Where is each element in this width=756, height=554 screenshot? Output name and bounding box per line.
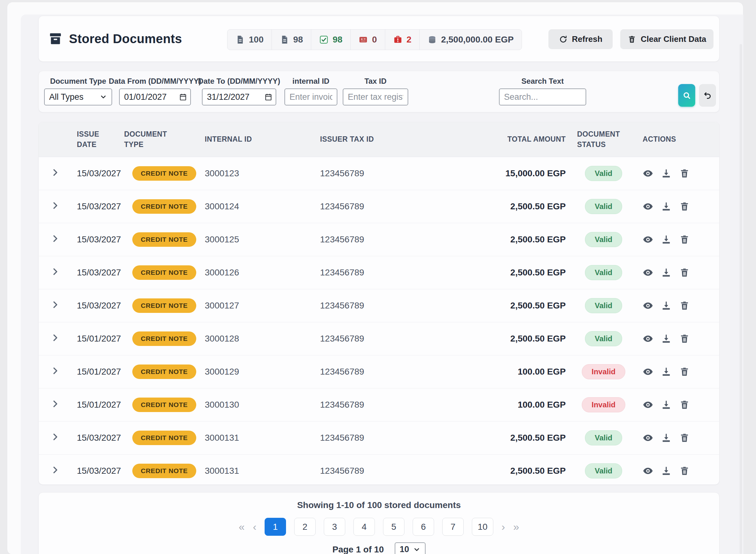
table-header: ISSUE DATE DOCUMENT TYPE INTERNAL ID ISS… [39, 122, 719, 157]
file-icon [280, 35, 289, 44]
view-button[interactable] [643, 201, 653, 212]
download-icon [661, 465, 671, 476]
chevron-right-icon [50, 201, 60, 210]
issuer-tax-id-cell: 123456789 [320, 168, 464, 178]
download-button[interactable] [661, 399, 671, 410]
view-button[interactable] [643, 333, 653, 344]
delete-button[interactable] [679, 267, 690, 278]
page-button-5[interactable]: 5 [383, 518, 404, 536]
check-square-icon [319, 35, 329, 44]
delete-button[interactable] [679, 333, 690, 344]
view-button[interactable] [643, 300, 653, 311]
eye-icon [643, 333, 653, 344]
row-expander[interactable] [49, 167, 61, 179]
row-expander[interactable] [49, 399, 61, 410]
row-expander[interactable] [49, 201, 61, 212]
issuer-tax-id-cell: 123456789 [320, 234, 464, 244]
issuer-tax-id-cell: 123456789 [320, 300, 464, 311]
view-button[interactable] [643, 465, 653, 476]
delete-button[interactable] [679, 201, 690, 212]
reset-filters-button[interactable] [699, 84, 716, 107]
chevron-right-icon [50, 267, 60, 276]
undo-icon [703, 91, 712, 100]
page-last-button[interactable]: » [513, 521, 519, 533]
row-expander[interactable] [49, 366, 61, 377]
download-button[interactable] [661, 201, 671, 212]
table-row: 15/01/2027 CREDIT NOTE 3000128 123456789… [39, 322, 719, 355]
document-type-badge: CREDIT NOTE [132, 298, 196, 313]
row-expander[interactable] [49, 267, 61, 278]
page-prev-button[interactable]: ‹ [253, 521, 256, 533]
download-button[interactable] [661, 168, 671, 179]
chevron-down-icon [100, 93, 107, 101]
page-button-3[interactable]: 3 [324, 518, 345, 536]
download-button[interactable] [661, 433, 671, 443]
delete-button[interactable] [679, 234, 690, 245]
page-button-1[interactable]: 1 [265, 518, 286, 536]
download-icon [661, 433, 671, 443]
page-title: Stored Documents [69, 32, 182, 46]
table-row: 15/03/2027 CREDIT NOTE 3000124 123456789… [39, 190, 719, 223]
eye-icon [643, 367, 653, 377]
delete-button[interactable] [679, 367, 690, 377]
document-type-value: All Types [49, 92, 84, 102]
row-expander[interactable] [49, 465, 61, 476]
view-button[interactable] [643, 399, 653, 410]
delete-button[interactable] [679, 433, 690, 443]
page-button-6[interactable]: 6 [413, 518, 434, 536]
delete-button[interactable] [679, 168, 690, 179]
row-expander[interactable] [49, 300, 61, 311]
filter-bar: Document Type All Types Data From (DD/MM… [39, 71, 719, 112]
download-button[interactable] [661, 300, 671, 311]
view-button[interactable] [643, 433, 653, 443]
calendar-icon[interactable] [179, 93, 187, 101]
table-row: 15/03/2027 CREDIT NOTE 3000125 123456789… [39, 223, 719, 256]
page-first-button[interactable]: « [239, 521, 245, 533]
stats-bar: 1009898022,500,000.00 EGP [227, 29, 522, 50]
internal-id-input[interactable] [285, 89, 337, 105]
page-button-4[interactable]: 4 [353, 518, 375, 536]
page-button-7[interactable]: 7 [442, 518, 464, 536]
search-text-input[interactable] [499, 89, 586, 105]
calendar-icon[interactable] [264, 93, 272, 101]
scrollbar-track[interactable] [740, 44, 742, 554]
search-icon [682, 91, 691, 100]
issuer-tax-id-cell: 123456789 [320, 334, 464, 344]
chevron-right-icon [50, 234, 60, 243]
issue-date-cell: 15/03/2027 [69, 202, 124, 212]
row-expander[interactable] [49, 333, 61, 344]
stat-value: 100 [249, 35, 264, 45]
refresh-button[interactable]: Refresh [548, 29, 613, 49]
view-button[interactable] [643, 367, 653, 377]
document-type-select[interactable]: All Types [44, 89, 112, 105]
download-button[interactable] [661, 333, 671, 344]
eye-icon [643, 234, 653, 245]
download-button[interactable] [661, 267, 671, 278]
delete-button[interactable] [679, 465, 690, 476]
view-button[interactable] [643, 267, 653, 278]
page-button-10[interactable]: 10 [472, 518, 493, 536]
total-amount-cell: 100.00 EGP [464, 400, 568, 410]
chevron-right-icon [50, 366, 60, 376]
download-button[interactable] [661, 367, 671, 377]
row-expander[interactable] [49, 432, 61, 443]
download-button[interactable] [661, 465, 671, 476]
search-button[interactable] [678, 84, 695, 107]
clear-client-data-button[interactable]: Clear Client Data [620, 29, 713, 49]
tax-id-input[interactable] [343, 89, 408, 105]
delete-button[interactable] [679, 399, 690, 410]
issuer-tax-id-cell: 123456789 [320, 433, 464, 443]
page-button-2[interactable]: 2 [294, 518, 316, 536]
eye-icon [643, 433, 653, 443]
view-button[interactable] [643, 168, 653, 179]
document-type-badge: CREDIT NOTE [132, 166, 196, 181]
download-button[interactable] [661, 234, 671, 245]
date-to-label: Date To (DD/MM/YYYY) [198, 77, 280, 86]
date-from-label: Data From (DD/MM/YYYY) [109, 77, 201, 86]
page-size-select[interactable]: 10 [395, 542, 425, 554]
row-expander[interactable] [49, 233, 61, 245]
view-button[interactable] [643, 234, 653, 245]
file-icon [235, 35, 245, 44]
page-next-button[interactable]: › [501, 521, 505, 533]
delete-button[interactable] [679, 300, 690, 311]
